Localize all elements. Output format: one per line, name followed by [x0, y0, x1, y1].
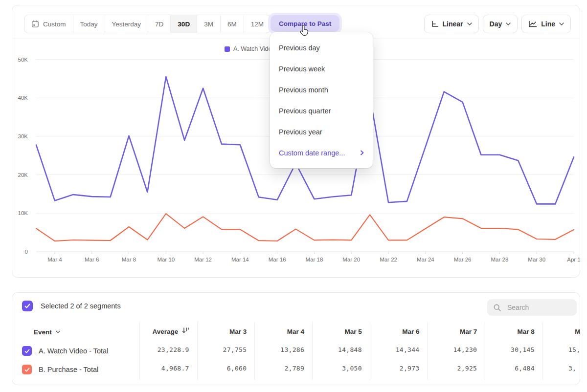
menu-item-label: Previous week	[279, 65, 325, 73]
date-header-label: Mar 3	[229, 328, 247, 335]
range-option-label: 6M	[227, 21, 237, 28]
table-cell: 4,968.7	[139, 359, 197, 378]
x-axis-tick-label: Mar 6	[85, 257, 99, 262]
menu-item-custom-date-range[interactable]: Custom date range...	[270, 142, 373, 163]
range-option-12m[interactable]: 12M	[244, 15, 271, 33]
interval-dropdown-label: Day	[490, 20, 502, 28]
range-option-label: 12M	[251, 21, 264, 28]
menu-item-previous-month[interactable]: Previous month	[270, 79, 373, 100]
table-column: Mar 614,3442,973	[370, 323, 428, 378]
menu-item-label: Custom date range...	[279, 149, 345, 157]
column-divider	[197, 322, 198, 380]
scale-dropdown-label: Linear	[443, 20, 463, 28]
legend-swatch-a	[225, 46, 230, 52]
x-axis-tick-label: Mar 18	[306, 257, 323, 262]
search-icon	[493, 304, 501, 312]
x-axis-tick-label: Apr 1	[567, 257, 580, 262]
x-axis-tick-label: Mar 26	[454, 257, 472, 262]
chart-type-dropdown-button[interactable]: Line	[521, 15, 571, 33]
scale-dropdown-button[interactable]: Linear	[424, 15, 479, 33]
x-axis-tick-label: Mar 4	[47, 257, 62, 262]
chevron-down-icon	[467, 22, 472, 25]
menu-item-previous-week[interactable]: Previous week	[270, 58, 373, 79]
table-column: Mar 830,1456,484	[485, 323, 542, 378]
series-line-purchase[interactable]	[36, 214, 574, 241]
selected-segments-label: Selected 2 of 2 segments	[41, 302, 121, 310]
chevron-down-icon	[506, 22, 511, 25]
range-option-30d[interactable]: 30D	[171, 15, 197, 33]
range-option-3m[interactable]: 3M	[197, 15, 221, 33]
y-axis-tick-label: 50K	[18, 57, 28, 63]
menu-item-label: Previous day	[279, 44, 320, 52]
table-row-purchase: B. Purchase - Total	[22, 360, 98, 379]
x-axis-tick-label: Mar 20	[342, 257, 360, 262]
table-column-clipped: Mar 915,3,	[542, 323, 580, 378]
table-cell: 14,344	[370, 341, 428, 359]
menu-item-previous-day[interactable]: Previous day	[270, 37, 373, 58]
table-cell: 30,145	[485, 341, 542, 359]
line-chart-icon	[528, 21, 537, 28]
range-option-yesterday[interactable]: Yesterday	[105, 15, 149, 33]
search-input[interactable]	[506, 303, 567, 312]
linear-scale-icon	[431, 20, 439, 28]
event-header-label: Event	[34, 328, 52, 336]
calendar-icon	[31, 20, 39, 28]
menu-item-previous-quarter[interactable]: Previous quarter	[270, 100, 373, 121]
range-option-label: 7D	[155, 21, 163, 28]
row-b-label: B. Purchase - Total	[39, 366, 98, 373]
y-axis-tick-label: 30K	[18, 133, 28, 139]
x-axis-tick-label: Mar 12	[194, 257, 212, 262]
x-axis-tick-label: Mar 14	[231, 257, 249, 262]
date-header-label: Mar 5	[345, 328, 362, 335]
select-all-checkbox[interactable]	[22, 301, 33, 311]
column-header: Mar 6	[370, 323, 428, 341]
selected-segments-row: Selected 2 of 2 segments	[22, 301, 121, 311]
column-divider	[139, 322, 140, 380]
table-cell: 13,286	[254, 341, 312, 359]
range-option-6m[interactable]: 6M	[221, 15, 244, 33]
toolbar-right-group: Linear Day Line	[424, 15, 571, 33]
range-option-label: 3M	[204, 21, 213, 28]
y-axis-tick-label: 40K	[18, 95, 28, 101]
compare-to-past-button[interactable]: Compare to Past	[271, 15, 339, 32]
row-b-checkbox[interactable]	[22, 365, 32, 374]
column-divider	[370, 322, 370, 380]
table-cell: 2,973	[370, 359, 428, 378]
row-a-checkbox[interactable]	[22, 346, 32, 356]
check-icon	[24, 368, 30, 372]
range-option-custom[interactable]: Custom	[24, 15, 73, 33]
interval-dropdown-button[interactable]: Day	[483, 15, 518, 33]
table-cell: 6,060	[197, 359, 255, 378]
segments-table-panel: Selected 2 of 2 segments Event A. Watch …	[12, 292, 580, 385]
column-divider	[428, 322, 428, 380]
menu-item-label: Previous month	[279, 86, 328, 94]
y-axis-tick-label: 0	[25, 249, 28, 255]
menu-item-label: Previous year	[279, 128, 322, 136]
table-cell: 6,484	[485, 359, 542, 378]
compare-to-past-menu: Previous dayPrevious weekPrevious monthP…	[270, 32, 373, 168]
legend-label-a: A. Watch Video	[233, 45, 275, 52]
x-axis-tick-label: Mar 8	[122, 257, 136, 262]
column-divider	[485, 322, 485, 380]
range-option-today[interactable]: Today	[73, 15, 105, 33]
table-cell: 23,228.9	[139, 341, 197, 359]
column-header: Average	[139, 323, 197, 341]
table-cell: 3,	[542, 359, 580, 378]
range-option-7d[interactable]: 7D	[148, 15, 171, 33]
table-cell: 14,230	[428, 341, 485, 359]
column-header: Mar 7	[428, 323, 485, 341]
column-header: Mar 4	[254, 323, 312, 341]
table-column: Mar 413,2862,789	[254, 323, 312, 378]
range-option-label: 30D	[178, 21, 190, 28]
table-cell: 27,755	[197, 341, 255, 359]
table-cell: 2,925	[428, 359, 485, 378]
y-axis-tick-label: 10K	[18, 210, 28, 216]
sort-descending-icon[interactable]	[182, 327, 189, 334]
table-cell: 14,848	[312, 341, 370, 359]
date-header-label: Mar 7	[460, 328, 477, 335]
range-option-label: Yesterday	[112, 21, 141, 28]
menu-item-previous-year[interactable]: Previous year	[270, 121, 373, 142]
x-axis-tick-label: Mar 24	[417, 257, 434, 262]
table-cell: 3,050	[312, 359, 370, 378]
event-column-header[interactable]: Event	[34, 323, 60, 341]
